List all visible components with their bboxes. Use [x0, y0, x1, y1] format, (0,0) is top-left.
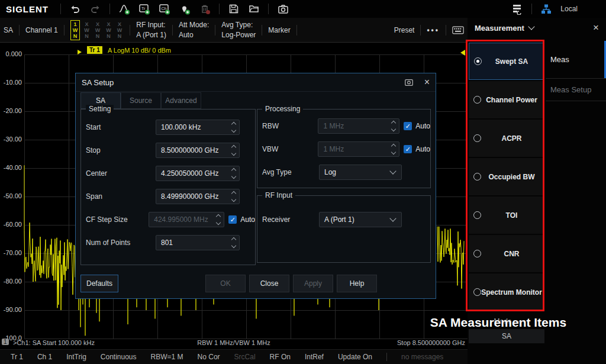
y-axis-label: -40.00	[0, 164, 22, 171]
dialog-screenshot-icon[interactable]	[403, 76, 415, 88]
trace-slot-inactive[interactable]: X W N	[82, 21, 91, 40]
rbw-auto-checkbox[interactable]: ✓ Auto	[404, 122, 430, 130]
trace-slot-inactive[interactable]: X W N	[104, 21, 113, 40]
receiver-dropdown[interactable]: A (Port 1)	[319, 212, 402, 227]
help-button[interactable]: Help	[337, 275, 377, 292]
measurement-panel: Measurement × Swept SA Channel Power ACP…	[468, 18, 606, 364]
y-axis-label: -50.00	[0, 192, 22, 199]
add-trace-window-icon[interactable]: Tr	[138, 3, 150, 15]
network-icon[interactable]	[540, 3, 552, 15]
open-file-icon[interactable]	[248, 3, 260, 15]
status-channel[interactable]: Ch 1	[37, 353, 52, 361]
start-field[interactable]: 100.000 kHz	[156, 120, 240, 135]
dialog-title-bar[interactable]: SA Setup ×	[76, 73, 436, 92]
trace-badge[interactable]: Tr 1	[87, 46, 102, 54]
trace-slot-inactive[interactable]: X W N	[115, 21, 124, 40]
tab-source[interactable]: Source	[121, 92, 161, 109]
preset-button[interactable]: Preset	[394, 26, 415, 34]
center-field[interactable]: 4.250050000 GHz	[156, 166, 240, 181]
divider	[386, 353, 387, 361]
span-field[interactable]: 8.499900000 GHz	[156, 189, 240, 204]
measurement-item-acpr[interactable]: ACPR	[469, 120, 544, 157]
status-rbw[interactable]: RBW=1 M	[151, 353, 183, 361]
annotation-caption: SA Measurement Items	[427, 315, 569, 330]
radio-icon	[473, 134, 481, 142]
mode-indicator[interactable]: SA	[4, 26, 13, 34]
redo-icon[interactable]	[89, 3, 101, 15]
trace-slot-active[interactable]: 1 W N	[70, 20, 80, 40]
status-ref[interactable]: IntRef	[305, 353, 324, 361]
channel-bar: SA Channel 1 1 W N X W N X W N X W N	[0, 18, 468, 43]
y-axis-label: -10.00	[0, 79, 22, 86]
rf-input-group-label: RF Input	[262, 191, 295, 199]
measurement-item-toi[interactable]: TOI	[469, 197, 544, 234]
y-axis-label: -70.00	[0, 249, 22, 256]
channel-selector[interactable]: Channel 1	[25, 26, 58, 34]
close-button[interactable]: Close	[249, 275, 289, 292]
rf-input-control[interactable]: RF Input: A (Port 1)	[136, 21, 166, 39]
panel-close-icon[interactable]: ×	[593, 22, 599, 34]
divider	[60, 4, 61, 14]
local-status-label[interactable]: Local	[560, 5, 578, 13]
status-trigger[interactable]: IntTrig	[66, 353, 86, 361]
stepper[interactable]	[232, 192, 239, 201]
sa-setup-dialog: SA Setup × SA Source Advanced Setting St…	[75, 73, 436, 299]
status-srccal: SrcCal	[234, 353, 256, 361]
stepper[interactable]	[232, 169, 239, 178]
stop-field[interactable]: 8.500000000 GHz	[156, 143, 240, 158]
vbw-auto-checkbox[interactable]: ✓ Auto	[404, 145, 430, 153]
divider	[531, 4, 532, 14]
screenshot-icon[interactable]	[277, 3, 289, 15]
status-sweep[interactable]: Continuous	[101, 353, 137, 361]
stepper[interactable]	[232, 238, 239, 247]
avg-type-dropdown[interactable]: Log	[319, 165, 402, 180]
undo-icon[interactable]	[69, 3, 81, 15]
chevron-down-icon[interactable]	[528, 23, 534, 30]
marker-button[interactable]: Marker	[268, 26, 290, 34]
processing-group-label: Processing	[262, 105, 303, 113]
mode-value-button[interactable]: SA	[469, 329, 544, 343]
measurement-item-channel-power[interactable]: Channel Power	[469, 81, 544, 118]
status-correction[interactable]: No Cor	[198, 353, 220, 361]
stepper	[392, 121, 399, 131]
status-trace[interactable]: Tr 1	[11, 353, 23, 361]
measurement-item-spectrum-monitor[interactable]: Spectrum Monitor	[469, 273, 544, 311]
measurement-item-swept-sa[interactable]: Swept SA	[469, 43, 544, 80]
y-axis-label: -60.00	[0, 221, 22, 228]
measurement-item-occupied-bw[interactable]: Occupied BW	[469, 158, 544, 195]
avg-type-control[interactable]: Avg Type: Log-Power	[221, 21, 256, 39]
stepper[interactable]	[232, 123, 239, 132]
num-points-field[interactable]: 801	[156, 235, 240, 250]
trace-pointer-icon	[78, 50, 82, 54]
att-mode-control[interactable]: Att Mode: Auto	[179, 21, 209, 39]
trace-slot-strip[interactable]: 1 W N X W N X W N X W N X W N	[70, 20, 124, 40]
trace-slot-inactive[interactable]: X W N	[94, 21, 102, 40]
radio-selected-icon	[474, 57, 482, 65]
apply-button: Apply	[293, 275, 333, 292]
dialog-close-icon[interactable]: ×	[424, 77, 430, 88]
onscreen-keyboard-icon[interactable]	[452, 24, 464, 36]
add-channel-window-icon[interactable]: Ch	[159, 3, 170, 15]
delete-icon	[199, 3, 211, 15]
add-marker-icon[interactable]	[179, 3, 191, 15]
panel-title[interactable]: Measurement	[475, 24, 524, 33]
divider	[446, 25, 446, 36]
stepper[interactable]	[232, 146, 239, 155]
radio-icon	[473, 250, 481, 257]
divider	[109, 4, 110, 14]
cf-step-auto-checkbox[interactable]: ✓ Auto	[228, 215, 255, 224]
tab-meas-setup[interactable]: Meas Setup	[546, 78, 606, 101]
window-layout-icon[interactable]	[511, 3, 523, 15]
tab-advanced[interactable]: Advanced	[161, 92, 201, 109]
y-axis-label: 0.000	[0, 50, 22, 57]
rbw-field-label: RBW	[262, 122, 318, 130]
defaults-button[interactable]: Defaults	[80, 275, 118, 292]
tab-meas[interactable]: Meas	[546, 41, 606, 78]
status-rf[interactable]: RF On	[270, 353, 291, 361]
radio-icon	[473, 211, 481, 219]
add-trace-icon[interactable]	[118, 3, 130, 15]
save-icon[interactable]	[228, 3, 240, 15]
more-options-button[interactable]: •••	[427, 26, 440, 34]
status-update[interactable]: Update On	[338, 353, 372, 361]
measurement-item-cnr[interactable]: CNR	[469, 235, 544, 272]
